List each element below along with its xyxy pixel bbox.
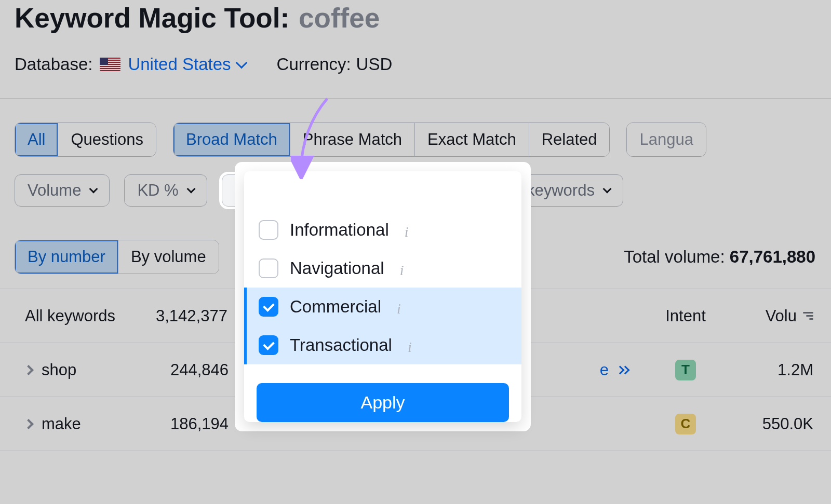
tab-related[interactable]: Related xyxy=(529,123,610,156)
double-chevron-right-icon[interactable] xyxy=(618,367,628,373)
database-picker[interactable]: Database: United States xyxy=(15,55,246,74)
checkbox-unchecked-icon[interactable] xyxy=(259,220,278,240)
page-title-query: coffee xyxy=(299,2,380,34)
intent-option-transactional[interactable]: Transactional i xyxy=(244,326,521,364)
view-toggle: By number By volume xyxy=(15,240,219,274)
keyword-count: 244,846 xyxy=(170,361,229,379)
divider xyxy=(0,98,831,99)
tab-all[interactable]: All xyxy=(15,123,58,156)
tab-exact-match[interactable]: Exact Match xyxy=(415,123,529,156)
intent-option-label: Informational xyxy=(290,220,389,240)
info-icon[interactable]: i xyxy=(397,301,402,313)
filter-kd[interactable]: KD % xyxy=(124,174,207,207)
intent-badge-commercial: C xyxy=(675,414,696,434)
col-header-intent[interactable]: Intent xyxy=(644,307,727,325)
expand-icon[interactable] xyxy=(23,365,34,375)
col-header-volume[interactable]: Volu xyxy=(727,307,831,325)
sort-desc-icon xyxy=(803,312,813,320)
currency-value: USD xyxy=(356,55,393,74)
page-title: Keyword Magic Tool: xyxy=(15,2,289,34)
volume-cell: 550.0K xyxy=(762,415,813,433)
tab-phrase-match[interactable]: Phrase Match xyxy=(290,123,415,156)
info-icon[interactable]: i xyxy=(400,262,405,275)
checkbox-checked-icon[interactable] xyxy=(259,297,278,317)
tab-by-number[interactable]: By number xyxy=(15,240,118,274)
tab-language[interactable]: Langua xyxy=(627,123,705,156)
info-icon[interactable]: i xyxy=(405,224,410,236)
currency-display: Currency: USD xyxy=(277,55,393,74)
volume-cell: 1.2M xyxy=(778,361,813,379)
intent-dropdown: Informational i Navigational i Commercia… xyxy=(244,171,521,422)
keyword-cell: make xyxy=(42,415,81,433)
keyword-cell: shop xyxy=(42,361,76,379)
tab-broad-match[interactable]: Broad Match xyxy=(173,123,290,156)
intent-option-label: Navigational xyxy=(290,258,384,278)
chevron-down-icon xyxy=(186,185,195,194)
checkbox-unchecked-icon[interactable] xyxy=(259,258,278,278)
col-header-volume-label: Volu xyxy=(766,307,797,325)
language-toggle: Langua xyxy=(626,122,706,157)
info-icon[interactable]: i xyxy=(408,339,413,351)
intent-option-navigational[interactable]: Navigational i xyxy=(244,249,521,288)
database-value: United States xyxy=(128,55,231,74)
total-volume-label: Total volume: xyxy=(624,247,725,266)
total-volume-value: 67,761,880 xyxy=(730,247,815,266)
intent-option-label: Commercial xyxy=(290,297,381,317)
tab-by-volume[interactable]: By volume xyxy=(118,240,219,274)
filter-kd-label: KD % xyxy=(137,181,178,200)
intent-badge-transactional: T xyxy=(675,360,696,380)
col-header-count: 3,142,377 xyxy=(156,307,227,325)
checkbox-checked-icon[interactable] xyxy=(259,335,278,355)
keyword-link-fragment[interactable]: e xyxy=(600,361,609,379)
chevron-down-icon xyxy=(89,185,98,194)
intent-option-commercial[interactable]: Commercial i xyxy=(244,288,521,326)
intent-option-label: Transactional xyxy=(290,335,392,355)
apply-button[interactable]: Apply xyxy=(257,383,509,422)
total-volume: Total volume: 67,761,880 xyxy=(624,247,831,267)
intent-option-informational[interactable]: Informational i xyxy=(244,211,521,249)
us-flag-icon xyxy=(100,58,120,71)
chevron-down-icon xyxy=(235,57,247,69)
database-label: Database: xyxy=(15,55,92,74)
match-toggle: Broad Match Phrase Match Exact Match Rel… xyxy=(173,122,610,157)
filter-volume[interactable]: Volume xyxy=(15,174,110,207)
expand-icon[interactable] xyxy=(23,419,34,429)
filter-volume-label: Volume xyxy=(28,181,81,200)
col-header-keywords: All keywords xyxy=(25,307,115,325)
chevron-down-icon xyxy=(602,185,611,194)
tab-questions[interactable]: Questions xyxy=(58,123,156,156)
currency-label: Currency: xyxy=(277,55,351,74)
keyword-count: 186,194 xyxy=(170,415,229,433)
mode-toggle: All Questions xyxy=(15,122,156,157)
